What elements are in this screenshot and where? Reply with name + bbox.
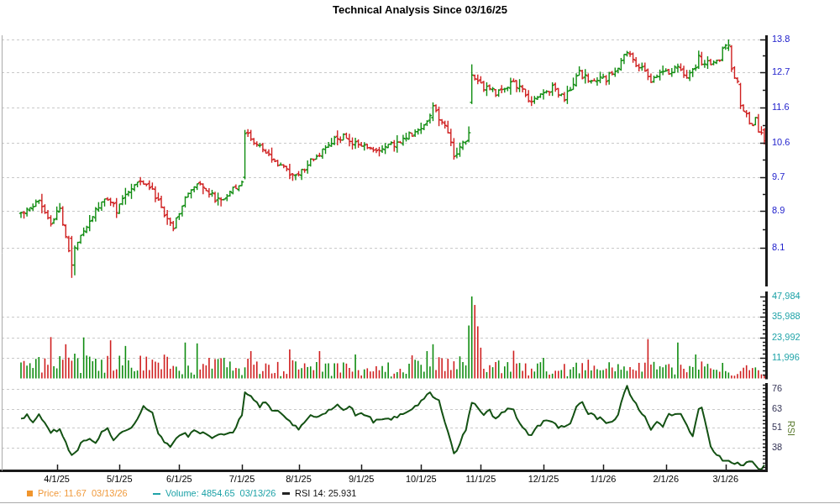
price-marker-icon	[27, 491, 33, 496]
legend-item-volume: Volume: 4854.65 03/13/26	[153, 488, 276, 498]
legend-volume-date: 03/13/26	[240, 488, 276, 498]
chart-legend: Price: 11.67 03/13/26 Volume: 4854.65 03…	[0, 488, 840, 502]
legend-item-rsi: RSI 14: 25.931	[282, 488, 356, 498]
legend-price-date: 03/13/26	[92, 488, 128, 498]
rsi-marker-icon	[282, 492, 290, 495]
legend-volume-text: Volume: 4854.65	[165, 488, 235, 498]
chart-title: Technical Analysis Since 03/16/25	[0, 3, 840, 16]
legend-item-price: Price: 11.67 03/13/26	[27, 488, 128, 498]
volume-marker-icon	[153, 493, 160, 495]
legend-price-text: Price: 11.67	[38, 488, 87, 498]
technical-analysis-chart: Technical Analysis Since 03/16/25 Price:…	[0, 0, 840, 504]
price-volume-rsi-plot-canvas	[0, 0, 840, 504]
legend-rsi-text: RSI 14: 25.931	[295, 488, 356, 498]
